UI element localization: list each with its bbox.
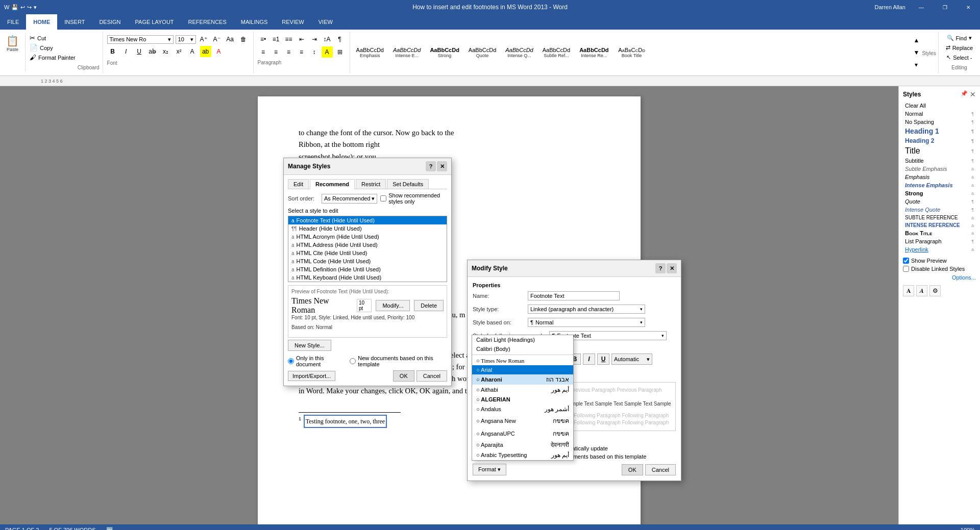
- decrease-indent-button[interactable]: ⇤: [296, 34, 307, 45]
- styles-list-item-html-preformatted[interactable]: a HTML Preformatted (Hide Until Used): [288, 282, 447, 282]
- manage-styles-ok-btn[interactable]: OK: [393, 370, 414, 382]
- styles-panel-subtitle[interactable]: Subtitle ¶: [903, 157, 976, 165]
- styles-panel-book-title[interactable]: Book Title a: [903, 229, 976, 237]
- styles-panel-intense-quote[interactable]: Intense Quote ¶: [903, 206, 976, 214]
- font-item-times-new-roman[interactable]: ○ Times New Roman: [472, 356, 573, 365]
- new-style-btn[interactable]: 𝐀: [903, 285, 914, 296]
- styles-panel-normal[interactable]: Normal ¶: [903, 110, 976, 118]
- bullets-button[interactable]: ≡•: [258, 34, 269, 45]
- superscript-button[interactable]: x²: [174, 46, 185, 57]
- import-export-btn[interactable]: Import/Export...: [288, 371, 335, 381]
- font-item-arial[interactable]: ○ Arial: [472, 365, 573, 374]
- tab-review[interactable]: REVIEW: [275, 14, 311, 30]
- styles-panel-pin-btn[interactable]: 📌: [961, 90, 968, 98]
- styles-panel-heading1[interactable]: Heading 1 ¶: [903, 126, 976, 136]
- format-dropdown-btn[interactable]: Format ▾: [473, 464, 506, 475]
- manage-tab-restrict[interactable]: Restrict: [356, 179, 386, 189]
- align-right-button[interactable]: ≡: [283, 46, 295, 58]
- sort-button[interactable]: ↕A: [322, 34, 333, 45]
- font-item-calibri-body[interactable]: Calibri (Body): [472, 344, 573, 354]
- tab-references[interactable]: REFERENCES: [181, 14, 234, 30]
- style-strong[interactable]: AaBbCcDd Strong: [426, 46, 463, 59]
- styles-more-btn[interactable]: ▾: [911, 59, 922, 70]
- styles-list-item-html-keyboard[interactable]: a HTML Keyboard (Hide Until Used): [288, 273, 447, 282]
- style-inspector-btn[interactable]: 𝑨: [916, 285, 927, 296]
- styles-panel-options-link[interactable]: Options...: [903, 274, 976, 281]
- modify-btn[interactable]: Modify...: [376, 300, 410, 311]
- line-spacing-button[interactable]: ↕: [309, 46, 320, 58]
- styles-list-item-html-definition[interactable]: a HTML Definition (Hide Until Used): [288, 265, 447, 273]
- styles-panel-intense-emphasis[interactable]: Intense Emphasis a: [903, 181, 976, 189]
- radio-new-docs[interactable]: New documents based on this template: [350, 355, 447, 367]
- style-subtle-ref[interactable]: AaBbCcDd Subtle Ref...: [538, 46, 574, 59]
- font-item-andalus[interactable]: ○ Andalus أشمر هور: [472, 404, 573, 414]
- styles-panel-clear-all[interactable]: Clear All: [903, 102, 976, 110]
- manage-styles-cancel-btn[interactable]: Cancel: [416, 370, 447, 382]
- show-preview-checkbox[interactable]: [903, 258, 909, 264]
- styles-panel-list-para[interactable]: List Paragraph ¶: [903, 237, 976, 245]
- restore-btn[interactable]: ❐: [933, 0, 957, 14]
- font-item-angsana-new[interactable]: ○ Angsana New กขฃค: [472, 414, 573, 427]
- styles-scroll-down-btn[interactable]: ▼: [911, 47, 922, 58]
- styles-panel-hyperlink[interactable]: Hyperlink a: [903, 245, 976, 254]
- quick-save-btn[interactable]: 💾: [11, 4, 18, 11]
- new-style-btn-dialog[interactable]: New Style...: [288, 340, 331, 351]
- styles-panel-title[interactable]: Title ¶: [903, 145, 976, 157]
- styles-list[interactable]: a Footnote Text (Hide Until Used) ¶¶ Hea…: [288, 216, 447, 282]
- styles-list-item-footnote[interactable]: a Footnote Text (Hide Until Used): [288, 216, 447, 224]
- text-effect-button[interactable]: A: [187, 46, 198, 57]
- tab-insert[interactable]: INSERT: [57, 14, 92, 30]
- radio-only-doc[interactable]: Only in this document: [288, 355, 345, 367]
- underline-button[interactable]: U: [134, 46, 145, 57]
- disable-linked-checkbox[interactable]: [903, 266, 909, 272]
- style-type-select[interactable]: Linked (paragraph and character) ▾: [528, 305, 645, 314]
- styles-list-item-header[interactable]: ¶¶ Header (Hide Until Used): [288, 224, 447, 233]
- styles-panel-intense-ref[interactable]: Intense Reference a: [903, 221, 976, 229]
- font-item-aharoni[interactable]: ○ Aharoni אבגד הוז: [472, 374, 573, 385]
- style-intense-e[interactable]: AaBbCcDd Intense E...: [389, 46, 425, 59]
- show-formatting-button[interactable]: ¶: [334, 34, 346, 45]
- styles-panel-heading2[interactable]: Heading 2 ¶: [903, 136, 976, 145]
- modify-cancel-btn[interactable]: Cancel: [645, 464, 676, 475]
- increase-indent-button[interactable]: ⇥: [309, 34, 320, 45]
- fmt-underline-btn[interactable]: U: [597, 354, 609, 365]
- show-recommended-checkbox[interactable]: [380, 195, 386, 201]
- tab-page-layout[interactable]: PAGE LAYOUT: [128, 14, 181, 30]
- select-button[interactable]: ↖ Select -: [943, 53, 975, 62]
- manage-styles-dialog[interactable]: Manage Styles ? ✕ Edit Recommend Restric…: [283, 158, 452, 386]
- style-emphasis[interactable]: AaBbCcDd Emphasis: [352, 46, 388, 59]
- fmt-italic-btn[interactable]: I: [583, 354, 595, 365]
- font-item-algerian[interactable]: ○ ALGERIAN: [472, 395, 573, 404]
- justify-button[interactable]: ≡: [296, 46, 307, 58]
- font-item-angsana-upc[interactable]: ○ AngsanaUPC กขฃค: [472, 427, 573, 440]
- change-case-button[interactable]: Aa: [225, 34, 236, 45]
- font-item-calibri-light[interactable]: Calibri Light (Headings): [472, 335, 573, 344]
- cut-button[interactable]: ✂ Cut: [28, 34, 78, 42]
- manage-styles-panel-btn[interactable]: ⚙: [929, 285, 941, 296]
- font-name-select[interactable]: Times New Ro ▾: [107, 35, 174, 44]
- manage-styles-close-btn[interactable]: ✕: [437, 161, 447, 171]
- styles-panel-quote[interactable]: Quote ¶: [903, 197, 976, 206]
- minimize-btn[interactable]: —: [910, 0, 933, 14]
- align-center-button[interactable]: ≡: [271, 46, 282, 58]
- bold-button[interactable]: B: [107, 46, 118, 57]
- copy-button[interactable]: 📄 Copy: [28, 43, 78, 52]
- text-highlight-button[interactable]: ab: [200, 46, 211, 57]
- radio-new-docs-input[interactable]: [350, 358, 356, 364]
- tab-mailings[interactable]: MAILINGS: [234, 14, 275, 30]
- replace-button[interactable]: ⇄ Replace: [943, 43, 976, 52]
- modify-style-help-btn[interactable]: ?: [655, 263, 666, 273]
- style-based-select[interactable]: ¶ Normal ▾: [528, 318, 645, 327]
- tab-home[interactable]: HOME: [26, 14, 57, 30]
- clear-formatting-button[interactable]: 🗑: [238, 34, 249, 45]
- align-left-button[interactable]: ≡: [258, 46, 269, 58]
- styles-panel-subtle-ref[interactable]: Subtle Reference a: [903, 214, 976, 221]
- style-intense-re[interactable]: AaBbCcDd Intense Re...: [575, 46, 612, 59]
- fmt-color-btn[interactable]: Automatic ▾: [611, 354, 652, 365]
- subscript-button[interactable]: x₂: [160, 46, 172, 57]
- font-item-aithabi[interactable]: ○ Aithabi أيم هور: [472, 385, 573, 395]
- close-btn[interactable]: ✕: [957, 0, 980, 14]
- paste-button[interactable]: 📋 Paste: [3, 34, 22, 53]
- tab-design[interactable]: DESIGN: [92, 14, 128, 30]
- modify-ok-btn[interactable]: OK: [622, 464, 643, 475]
